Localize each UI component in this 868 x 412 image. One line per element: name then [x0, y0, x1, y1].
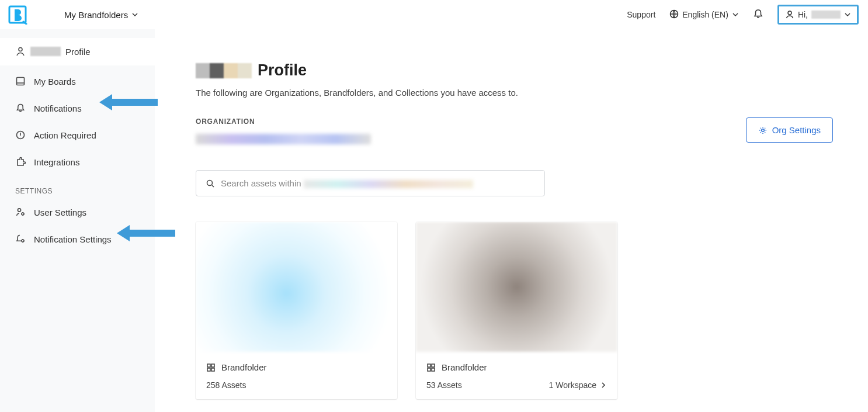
gear-icon	[758, 126, 768, 135]
card-assets: 258 Assets	[206, 380, 246, 390]
cards-grid: Brandfolder 258 Assets Brandfolder 53	[196, 222, 833, 399]
brand-nav-label: My Brandfolders	[64, 10, 128, 20]
svg-rect-4	[17, 78, 25, 85]
org-settings-button[interactable]: Org Settings	[746, 117, 833, 143]
svg-rect-13	[207, 364, 210, 367]
brandfolder-card[interactable]: Brandfolder 53 Assets 1 Workspace	[416, 222, 617, 399]
svg-point-7	[18, 209, 20, 212]
profile-label: Profile	[65, 47, 91, 57]
sidebar-section-settings: SETTINGS	[0, 175, 155, 199]
person-icon	[15, 46, 26, 57]
search-placeholder: Search assets within	[221, 178, 473, 188]
card-assets: 53 Assets	[426, 380, 462, 390]
svg-point-3	[19, 48, 22, 51]
svg-point-2	[788, 11, 791, 15]
sidebar-item-label: User Settings	[34, 207, 86, 217]
chevron-down-icon	[131, 10, 138, 20]
sidebar-item-integrations[interactable]: Integrations	[0, 148, 155, 175]
sidebar-item-notification-settings[interactable]: Notification Settings	[0, 226, 155, 252]
card-workspaces[interactable]: 1 Workspace	[549, 380, 607, 390]
person-icon	[785, 10, 794, 19]
svg-rect-15	[207, 368, 210, 371]
redacted-name	[30, 47, 61, 56]
svg-rect-16	[211, 368, 214, 371]
card-type: Brandfolder	[221, 362, 267, 372]
org-label: ORGANIZATION	[196, 117, 371, 126]
topbar-right: Support English (EN) Hi,	[627, 5, 859, 25]
svg-rect-19	[428, 368, 430, 371]
svg-rect-17	[428, 364, 430, 367]
card-type: Brandfolder	[442, 362, 487, 372]
alert-icon	[15, 130, 26, 140]
page-title: Profile	[196, 61, 833, 79]
svg-marker-5	[99, 94, 158, 110]
sidebar-item-action-required[interactable]: Action Required	[0, 122, 155, 148]
sidebar: Profile My Boards Notifications Action R…	[0, 29, 155, 412]
sidebar-profile[interactable]: Profile	[0, 38, 155, 65]
page-subtitle: The following are Organizations, Brandfo…	[196, 88, 833, 98]
language-label: English (EN)	[682, 10, 728, 19]
search-icon	[206, 179, 215, 188]
card-thumbnail	[196, 222, 397, 352]
sidebar-item-label: Integrations	[34, 157, 79, 167]
card-thumbnail	[416, 222, 617, 352]
redacted-username	[811, 11, 841, 19]
grid-icon	[426, 363, 436, 372]
support-link[interactable]: Support	[627, 10, 655, 19]
puzzle-icon	[15, 157, 26, 167]
sidebar-item-label: Notifications	[34, 103, 82, 113]
chevron-right-icon	[600, 382, 607, 389]
language-dropdown[interactable]: English (EN)	[669, 9, 739, 20]
sidebar-item-my-boards[interactable]: My Boards	[0, 68, 155, 95]
bell-icon[interactable]	[753, 9, 763, 21]
boards-icon	[15, 76, 26, 86]
org-settings-label: Org Settings	[772, 125, 821, 135]
person-gear-icon	[15, 207, 26, 217]
redacted-name	[196, 63, 252, 78]
svg-rect-20	[432, 368, 435, 371]
redacted-org-name	[196, 134, 371, 144]
sidebar-item-label: Notification Settings	[34, 234, 112, 244]
main-content: Profile The following are Organizations,…	[155, 29, 868, 412]
redacted-search-scope	[304, 180, 473, 188]
grid-icon	[206, 363, 216, 372]
bell-icon	[15, 103, 26, 113]
sidebar-item-label: My Boards	[34, 77, 76, 86]
svg-point-9	[22, 240, 24, 242]
bell-gear-icon	[15, 234, 26, 244]
chevron-down-icon	[844, 11, 851, 18]
sidebar-item-user-settings[interactable]: User Settings	[0, 199, 155, 226]
svg-point-11	[761, 129, 764, 131]
annotation-arrow	[99, 92, 158, 113]
page-title-suffix: Profile	[258, 61, 307, 79]
svg-point-12	[207, 180, 213, 185]
chevron-down-icon	[732, 11, 739, 18]
brandfolder-card[interactable]: Brandfolder 258 Assets	[196, 222, 397, 399]
globe-icon	[669, 9, 679, 20]
svg-rect-14	[211, 364, 214, 367]
brandfolder-logo[interactable]	[6, 3, 29, 26]
org-block: ORGANIZATION	[196, 117, 371, 144]
my-brandfolders-dropdown[interactable]: My Brandfolders	[64, 10, 138, 20]
topbar: My Brandfolders Support English (EN) Hi,	[0, 0, 868, 29]
svg-rect-18	[432, 364, 435, 367]
sidebar-item-notifications[interactable]: Notifications	[0, 95, 155, 122]
search-input[interactable]: Search assets within	[196, 170, 545, 196]
sidebar-item-label: Action Required	[34, 130, 96, 140]
user-menu[interactable]: Hi,	[777, 5, 859, 25]
greeting-prefix: Hi,	[798, 10, 808, 19]
